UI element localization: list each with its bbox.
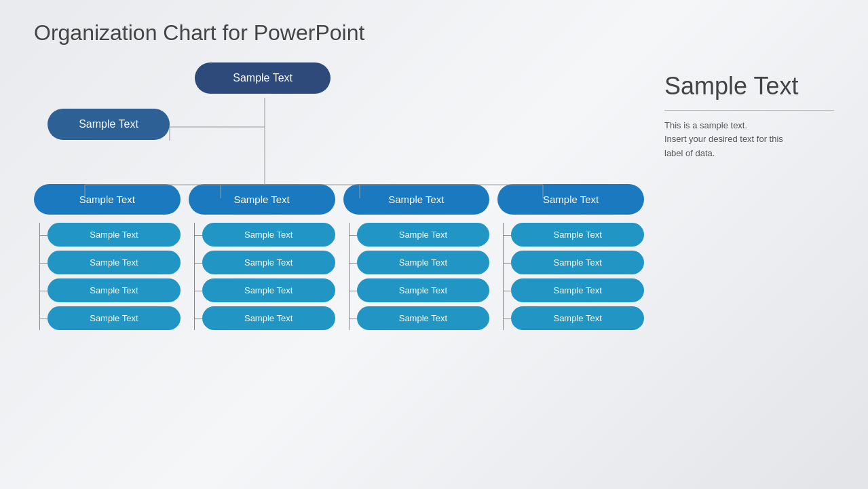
- column-4: Sample Text Sample Text Sample Text Samp…: [497, 184, 644, 330]
- col-2-item-2[interactable]: Sample Text: [202, 251, 335, 274]
- col-3-header[interactable]: Sample Text: [343, 184, 490, 215]
- sidebar-info: Sample Text This is a sample text. Inser…: [644, 59, 834, 330]
- col-2-header[interactable]: Sample Text: [189, 184, 335, 215]
- col-4-item-4[interactable]: Sample Text: [511, 306, 644, 330]
- page: Organization Chart for PowerPoint: [0, 0, 868, 489]
- org-container: Sample Text Sample Text Sample Text Samp…: [34, 59, 834, 330]
- col-1-item-3[interactable]: Sample Text: [48, 278, 181, 302]
- col-3-item-1[interactable]: Sample Text: [357, 223, 490, 247]
- node-root[interactable]: Sample Text: [195, 62, 331, 94]
- column-2: Sample Text Sample Text Sample Text Samp…: [189, 184, 335, 330]
- col-1-header[interactable]: Sample Text: [34, 184, 181, 215]
- col-3-items: Sample Text Sample Text Sample Text Samp…: [343, 223, 490, 330]
- col-3-item-4[interactable]: Sample Text: [357, 306, 490, 330]
- second-row: Sample Text: [34, 102, 491, 140]
- columns-row: Sample Text Sample Text Sample Text Samp…: [34, 184, 644, 330]
- col-1-item-1[interactable]: Sample Text: [48, 223, 181, 247]
- col-2-item-4[interactable]: Sample Text: [202, 306, 335, 330]
- col-3-item-2[interactable]: Sample Text: [357, 251, 490, 274]
- sidebar-divider: [664, 110, 834, 111]
- col-1-item-4[interactable]: Sample Text: [48, 306, 181, 330]
- col-4-item-1[interactable]: Sample Text: [511, 223, 644, 247]
- col-4-header[interactable]: Sample Text: [497, 184, 644, 215]
- sidebar-title: Sample Text: [664, 73, 834, 100]
- node-second[interactable]: Sample Text: [48, 109, 170, 140]
- col-4-items: Sample Text Sample Text Sample Text Samp…: [497, 223, 644, 330]
- col-2-item-1[interactable]: Sample Text: [202, 223, 335, 247]
- page-title: Organization Chart for PowerPoint: [34, 20, 834, 46]
- sidebar-body: This is a sample text. Insert your desir…: [664, 119, 834, 161]
- root-row: Sample Text: [34, 59, 491, 94]
- col-4-item-3[interactable]: Sample Text: [511, 278, 644, 302]
- col-1-item-2[interactable]: Sample Text: [48, 251, 181, 274]
- org-left: Sample Text Sample Text Sample Text Samp…: [34, 59, 644, 330]
- col-4-item-2[interactable]: Sample Text: [511, 251, 644, 274]
- col-3-item-3[interactable]: Sample Text: [357, 278, 490, 302]
- col-1-items: Sample Text Sample Text Sample Text Samp…: [34, 223, 181, 330]
- column-1: Sample Text Sample Text Sample Text Samp…: [34, 184, 181, 330]
- column-3: Sample Text Sample Text Sample Text Samp…: [343, 184, 490, 330]
- col-2-item-3[interactable]: Sample Text: [202, 278, 335, 302]
- col-2-items: Sample Text Sample Text Sample Text Samp…: [189, 223, 335, 330]
